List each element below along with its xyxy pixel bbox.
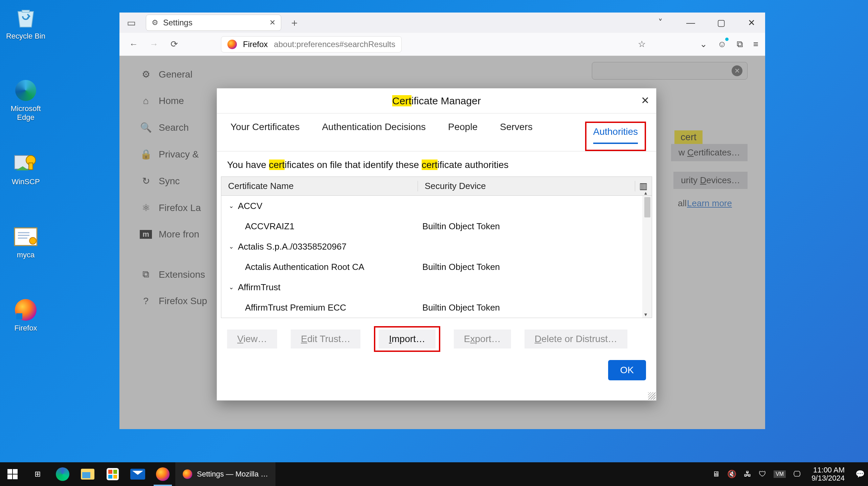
dialog-header: Certificate Manager ✕	[217, 88, 656, 113]
highlight-import-button: Import…	[374, 326, 440, 352]
desktop-icon-recycle-bin[interactable]: Recycle Bin	[2, 6, 49, 41]
table-row[interactable]: AffirmTrust Premium ECCBuiltin Object To…	[221, 297, 642, 318]
taskbar-active-window[interactable]: Settings — Mozilla …	[175, 462, 275, 486]
tray-security-icon[interactable]: 🛡	[759, 470, 766, 479]
start-button[interactable]	[0, 462, 25, 486]
table-row[interactable]: Actalis Authentication Root CABuiltin Ob…	[221, 257, 642, 277]
highlight-authorities-tab: Authorities	[585, 122, 646, 151]
table-row[interactable]: ACCVRAIZ1Builtin Object Token	[221, 216, 642, 236]
taskbar-clock[interactable]: 11:00 AM 9/13/2024	[808, 466, 848, 482]
titlebar: ▭ ⚙ Settings ✕ ＋ ˅ — ▢ ✕	[119, 13, 765, 33]
firefox-icon	[227, 40, 237, 49]
close-window-button[interactable]: ✕	[738, 13, 765, 33]
new-tab-button[interactable]: ＋	[289, 16, 299, 30]
col-certificate-name[interactable]: Certificate Name	[221, 181, 418, 191]
certificate-file-icon	[12, 225, 39, 249]
chevron-down-icon: ⌄	[229, 202, 234, 210]
tab-servers[interactable]: Servers	[500, 122, 532, 151]
task-view-button[interactable]: ⊞	[25, 462, 50, 486]
table-row[interactable]: ⌄ACCV	[221, 196, 642, 216]
address-domain: Firefox	[243, 40, 268, 49]
desktop-icon-label: WinSCP	[2, 177, 49, 186]
dialog-description: You have certificates on file that ident…	[217, 151, 656, 176]
certificate-manager-dialog: Certificate Manager ✕ Your Certificates …	[217, 88, 656, 401]
export-button[interactable]: Export…	[454, 330, 511, 348]
tray-notification-icon[interactable]: 🖵	[793, 470, 801, 479]
ok-button[interactable]: OK	[608, 360, 646, 380]
bookmark-star-icon[interactable]: ☆	[638, 39, 646, 49]
tab-your-certificates[interactable]: Your Certificates	[230, 122, 299, 151]
desktop-icon-myca[interactable]: myca	[2, 225, 49, 259]
extensions-icon[interactable]: ⧉	[737, 39, 743, 49]
edge-icon	[12, 79, 39, 102]
taskbar-app-mail[interactable]	[125, 462, 150, 486]
scroll-down-icon[interactable]: ▾	[644, 311, 647, 318]
tab-authentication-decisions[interactable]: Authentication Decisions	[322, 122, 426, 151]
recycle-bin-icon	[12, 6, 39, 30]
dialog-tabs: Your Certificates Authentication Decisio…	[217, 113, 656, 151]
winscp-icon	[12, 152, 39, 175]
dialog-buttons: View… Edit Trust… Import… Export… Delete…	[217, 318, 656, 360]
desktop-icon-firefox[interactable]: Firefox	[2, 298, 49, 333]
resize-handle[interactable]	[648, 392, 655, 400]
dialog-title: Certificate Manager	[392, 95, 481, 107]
tray-vm-icon[interactable]: VM	[774, 470, 786, 478]
desktop-icon-label: Recycle Bin	[2, 32, 49, 41]
address-path: about:preferences#searchResults	[274, 40, 395, 49]
address-bar[interactable]: Firefox about:preferences#searchResults	[221, 36, 402, 52]
column-picker-icon[interactable]: ▥	[635, 181, 652, 191]
tab-authorities[interactable]: Authorities	[593, 126, 638, 144]
gear-icon: ⚙	[152, 18, 158, 27]
col-security-device[interactable]: Security Device	[418, 181, 635, 191]
scrollbar[interactable]: ▴ ▾	[642, 196, 652, 318]
desktop-icon-label: Firefox	[2, 324, 49, 333]
maximize-button[interactable]: ▢	[708, 13, 735, 33]
taskbar: ⊞ Settings — Mozilla … 🖥 🔇 🖧 🛡 VM 🖵 11:0…	[0, 462, 868, 486]
action-center-icon[interactable]: 💬	[855, 470, 865, 479]
scroll-up-icon[interactable]: ▴	[644, 190, 647, 196]
svg-rect-2	[29, 163, 33, 170]
task-label: Settings — Mozilla …	[197, 470, 268, 479]
tray-volume-muted-icon[interactable]: 🔇	[727, 470, 736, 479]
tab-dropdown-button[interactable]: ˅	[647, 13, 674, 33]
system-tray: 🖥 🔇 🖧 🛡 VM 🖵 11:00 AM 9/13/2024 💬	[712, 466, 868, 482]
table-body: ⌄ACCV ACCVRAIZ1Builtin Object Token ⌄Act…	[221, 196, 642, 318]
desktop-icon-label: myca	[2, 251, 49, 259]
account-icon[interactable]: ☺	[717, 39, 727, 49]
firefox-icon	[12, 298, 39, 322]
app-menu-icon[interactable]: ≡	[753, 39, 758, 49]
close-tab-icon[interactable]: ✕	[269, 18, 275, 27]
all-tabs-button[interactable]: ▭	[119, 17, 143, 28]
scrollbar-thumb[interactable]	[644, 197, 650, 217]
edit-trust-button[interactable]: Edit Trust…	[291, 330, 360, 348]
close-icon[interactable]: ✕	[641, 94, 649, 106]
taskbar-app-store[interactable]	[100, 462, 125, 486]
taskbar-app-firefox[interactable]	[150, 462, 175, 486]
navigation-toolbar: ← → ⟳ Firefox about:preferences#searchRe…	[119, 33, 765, 56]
desktop-icon-edge[interactable]: Microsoft Edge	[2, 79, 49, 122]
back-button[interactable]: ←	[126, 39, 141, 49]
chevron-down-icon: ⌄	[229, 283, 234, 291]
minimize-button[interactable]: —	[677, 13, 704, 33]
chevron-down-icon: ⌄	[229, 243, 234, 250]
tab-label: Settings	[163, 18, 193, 27]
delete-distrust-button[interactable]: Delete or Distrust…	[525, 330, 627, 348]
tray-usb-icon[interactable]: 🖥	[712, 470, 720, 479]
view-button[interactable]: View…	[227, 330, 277, 348]
browser-tab[interactable]: ⚙ Settings ✕	[146, 15, 281, 31]
tray-network-icon[interactable]: 🖧	[744, 470, 751, 479]
table-row[interactable]: ⌄Actalis S.p.A./03358520967	[221, 236, 642, 257]
firefox-icon	[183, 469, 192, 479]
svg-point-7	[29, 237, 36, 244]
tab-people[interactable]: People	[448, 122, 477, 151]
taskbar-app-edge[interactable]	[50, 462, 75, 486]
forward-button[interactable]: →	[147, 39, 161, 49]
table-row[interactable]: ⌄AffirmTrust	[221, 277, 642, 297]
reload-button[interactable]: ⟳	[167, 39, 182, 49]
desktop-icon-winscp[interactable]: WinSCP	[2, 152, 49, 186]
taskbar-app-explorer[interactable]	[75, 462, 100, 486]
table-header: Certificate Name Security Device ▥	[221, 177, 652, 196]
certificates-table: Certificate Name Security Device ▥ ⌄ACCV…	[221, 176, 652, 318]
import-button[interactable]: Import…	[379, 330, 435, 348]
pocket-icon[interactable]: ⌄	[700, 39, 707, 49]
